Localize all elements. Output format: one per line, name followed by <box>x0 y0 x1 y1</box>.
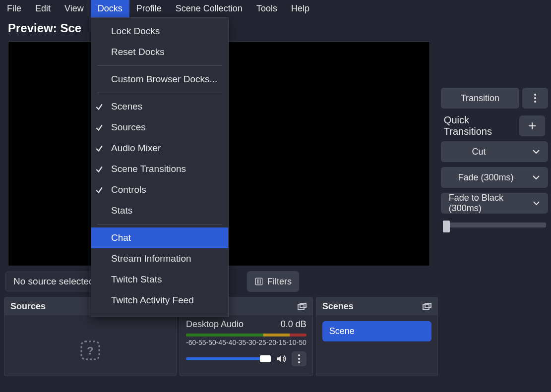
dd-twitch-stats[interactable]: Twitch Stats <box>91 269 228 290</box>
transition-slider[interactable] <box>443 223 546 227</box>
dd-label: Sources <box>111 122 146 132</box>
quick-transition-label: Cut <box>472 147 486 157</box>
check-icon <box>95 145 103 153</box>
svg-rect-8 <box>423 305 429 309</box>
svg-point-7 <box>298 361 300 363</box>
dd-twitch-activity-feed[interactable]: Twitch Activity Feed <box>91 290 228 311</box>
filters-label: Filters <box>267 277 292 287</box>
dd-label: Controls <box>111 184 146 195</box>
docks-dropdown: Lock Docks Reset Docks Custom Browser Do… <box>91 17 229 317</box>
menu-tools[interactable]: Tools <box>249 0 284 17</box>
audio-meter <box>186 334 306 336</box>
menu-file[interactable]: File <box>0 0 28 17</box>
dd-stats[interactable]: Stats <box>91 200 228 221</box>
dd-scenes[interactable]: Scenes <box>91 96 228 117</box>
audio-track-name: Desktop Audio <box>186 319 244 330</box>
scenes-dock: Scenes Scene <box>316 297 438 376</box>
menu-scene-collection[interactable]: Scene Collection <box>169 0 249 17</box>
audio-track-menu[interactable] <box>292 351 306 366</box>
svg-point-11 <box>534 97 536 99</box>
tick: -25 <box>256 338 266 346</box>
dd-label: Audio Mixer <box>111 143 161 153</box>
dd-label: Scene Transitions <box>111 164 186 174</box>
menu-profile[interactable]: Profile <box>129 0 169 17</box>
dock-popout-icon[interactable] <box>298 303 306 310</box>
tick: -40 <box>226 338 236 346</box>
quick-transitions-label: Quick Transitions <box>444 114 519 137</box>
check-icon <box>95 124 103 132</box>
svg-rect-3 <box>298 305 304 309</box>
chevron-down-icon <box>533 201 540 206</box>
dd-custom-browser-docks[interactable]: Custom Browser Docks... <box>91 69 228 90</box>
tick: -20 <box>266 338 276 346</box>
menu-docks[interactable]: Docks <box>91 0 129 17</box>
svg-point-10 <box>534 94 536 96</box>
tick: -60 <box>186 338 196 346</box>
chevron-down-icon <box>532 175 540 180</box>
tick: -15 <box>276 338 286 346</box>
quick-transition-item[interactable]: Fade to Black (300ms) <box>441 193 548 214</box>
volume-slider[interactable] <box>186 357 271 360</box>
transition-slider-thumb[interactable] <box>443 221 450 232</box>
speaker-icon[interactable] <box>276 353 287 364</box>
scenes-title: Scenes <box>322 301 354 312</box>
dd-sources[interactable]: Sources <box>91 117 228 138</box>
svg-rect-9 <box>425 303 431 308</box>
tick: -45 <box>216 338 226 346</box>
dock-popout-icon[interactable] <box>423 303 431 310</box>
volume-thumb[interactable] <box>260 355 271 362</box>
audio-ticks: -60 -55 -50 -45 -40 -35 -30 -25 -20 -15 … <box>186 338 306 346</box>
audio-db-value: 0.0 dB <box>281 319 306 330</box>
tick: -5 <box>297 338 303 346</box>
help-icon: ? <box>79 339 101 361</box>
quick-transition-item[interactable]: Fade (300ms) <box>441 167 548 188</box>
dd-lock-docks[interactable]: Lock Docks <box>91 21 228 42</box>
chevron-down-icon <box>532 149 540 154</box>
tick: -55 <box>196 338 206 346</box>
dd-separator <box>97 224 222 224</box>
dd-label: Scenes <box>111 101 142 112</box>
dd-controls[interactable]: Controls <box>91 179 228 200</box>
scene-item[interactable]: Scene <box>322 321 431 341</box>
svg-text:?: ? <box>87 344 93 357</box>
filters-button[interactable]: Filters <box>247 271 299 292</box>
check-icon <box>95 166 103 173</box>
tick: -50 <box>206 338 216 346</box>
menu-help[interactable]: Help <box>284 0 316 17</box>
quick-transition-item[interactable]: Cut <box>441 141 548 162</box>
filters-icon <box>254 277 263 286</box>
menubar: File Edit View Docks Profile Scene Colle… <box>0 0 551 17</box>
dd-chat[interactable]: Chat <box>91 227 228 248</box>
dd-scene-transitions[interactable]: Scene Transitions <box>91 159 228 179</box>
tick: -30 <box>246 338 256 346</box>
dd-reset-docks[interactable]: Reset Docks <box>91 42 228 62</box>
menu-view[interactable]: View <box>58 0 91 17</box>
svg-point-5 <box>298 354 300 356</box>
dd-audio-mixer[interactable]: Audio Mixer <box>91 138 228 159</box>
add-quick-transition-button[interactable] <box>519 115 545 136</box>
dd-separator <box>97 93 222 93</box>
svg-rect-4 <box>300 303 306 308</box>
transition-button[interactable]: Transition <box>441 88 519 109</box>
vertical-dots-icon <box>298 354 300 363</box>
tick: -35 <box>236 338 246 346</box>
quick-transition-label: Fade (300ms) <box>458 172 514 183</box>
tick: -10 <box>286 338 296 346</box>
preview-title: Preview: Sce <box>0 17 551 38</box>
plus-icon <box>528 121 537 130</box>
svg-point-6 <box>298 358 300 360</box>
vertical-dots-icon <box>534 94 536 103</box>
check-icon <box>95 186 103 194</box>
transition-menu-button[interactable] <box>522 88 548 109</box>
scenes-dock-header[interactable]: Scenes <box>316 297 437 315</box>
sources-dock-title: Sources <box>10 301 46 312</box>
dd-separator <box>97 65 222 66</box>
menu-edit[interactable]: Edit <box>28 0 58 17</box>
dd-stream-information[interactable]: Stream Information <box>91 248 228 269</box>
tick: 0 <box>303 338 306 346</box>
svg-point-12 <box>534 101 536 103</box>
quick-transition-label: Fade to Black (300ms) <box>449 193 533 214</box>
check-icon <box>95 103 103 111</box>
